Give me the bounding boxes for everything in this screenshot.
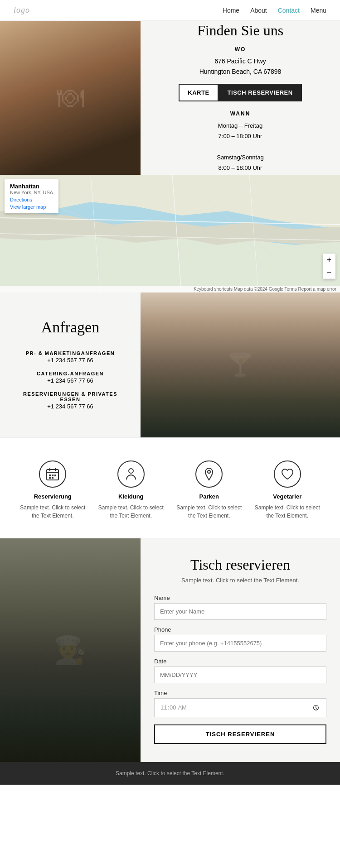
anfragen-phone-2: +1 234 567 77 66 xyxy=(47,377,93,384)
action-buttons: KARTE TISCH RESERVIEREN xyxy=(179,84,301,101)
reservation-form-side: Tisch reservieren Sample text. Click to … xyxy=(141,538,340,762)
map-location-title: Manhattan xyxy=(10,183,53,190)
map-background: Manhattan New York, NY, USA Directions V… xyxy=(0,175,340,293)
find-us-info: Finden Sie uns WO 676 Pacific C Hwy Hunt… xyxy=(141,21,340,175)
icon-desc-parken: Sample text. Click to select the Text El… xyxy=(173,504,245,520)
svg-point-18 xyxy=(208,470,210,473)
map-zoom-in[interactable]: + xyxy=(323,254,335,266)
tisch-reservieren-button[interactable]: TISCH RESERVIEREN xyxy=(219,84,302,101)
location-icon xyxy=(195,460,223,488)
name-label: Name xyxy=(154,595,326,601)
navbar: logo Home About Contact Menu xyxy=(0,0,340,21)
phone-input[interactable] xyxy=(154,635,326,652)
anfragen-cat-3: RESERVIERUNGEN & PRIVATES ESSEN xyxy=(14,391,127,402)
icon-label-reservierung: Reservierung xyxy=(16,493,89,500)
anfragen-title: Anfragen xyxy=(41,319,99,336)
phone-field-group: Phone xyxy=(154,626,326,652)
svg-rect-14 xyxy=(54,475,56,476)
footer-text: Sample text. Click to select the Text El… xyxy=(116,770,224,777)
map-section: Manhattan New York, NY, USA Directions V… xyxy=(0,175,340,293)
map-zoom-controls: + − xyxy=(323,254,335,279)
name-input[interactable] xyxy=(154,603,326,620)
find-us-image: 🍽 xyxy=(0,21,141,175)
section-find-us: 🍽 Finden Sie uns WO 676 Pacific C Hwy Hu… xyxy=(0,21,340,175)
icon-desc-reservierung: Sample text. Click to select the Text El… xyxy=(16,504,89,520)
icon-label-parken: Parken xyxy=(173,493,245,500)
nav-about[interactable]: About xyxy=(250,7,267,14)
date-input[interactable] xyxy=(154,667,326,683)
calendar-icon xyxy=(39,460,66,488)
opening-hours: Montag – Freitag 7:00 – 18:00 Uhr Samsta… xyxy=(217,120,263,173)
address-line2: Huntington Beach, CA 67898 xyxy=(199,68,282,75)
icon-item-kleidung: Kleidung Sample text. Click to select th… xyxy=(95,460,167,520)
footer: Sample text. Click to select the Text El… xyxy=(0,762,340,785)
icon-item-parken: Parken Sample text. Click to select the … xyxy=(173,460,245,520)
nav-links: Home About Contact Menu xyxy=(223,7,326,14)
nav-menu[interactable]: Menu xyxy=(311,7,326,14)
anfragen-info: Anfragen PR- & MARKETINGANFRAGEN +1 234 … xyxy=(0,293,141,437)
svg-rect-16 xyxy=(52,477,53,479)
anfragen-phone-1: +1 234 567 77 66 xyxy=(47,357,93,364)
phone-label: Phone xyxy=(154,626,326,633)
svg-rect-15 xyxy=(49,477,51,479)
anfragen-phone-3: +1 234 567 77 66 xyxy=(47,403,93,410)
reservation-image: 👨‍🍳 xyxy=(0,538,141,762)
icon-label-vegetarier: Vegetarier xyxy=(251,493,324,500)
weekend-label: Samstag/Sonntag xyxy=(217,154,263,161)
map-directions-link[interactable]: Directions xyxy=(10,197,53,202)
wann-label: WANN xyxy=(230,110,251,117)
anfragen-cat-2: CATERING-ANFRAGEN xyxy=(37,371,104,376)
reservation-desc: Sample text. Click to select the Text El… xyxy=(154,577,326,584)
icon-desc-vegetarier: Sample text. Click to select the Text El… xyxy=(251,504,324,520)
heart-icon xyxy=(274,460,301,488)
weekend-hours: 8:00 – 18:00 Uhr xyxy=(219,164,262,171)
nav-home[interactable]: Home xyxy=(223,7,239,14)
form-submit-button[interactable]: TISCH RESERVIEREN xyxy=(154,724,326,744)
person-icon xyxy=(117,460,145,488)
svg-rect-13 xyxy=(52,475,53,476)
section-reservation: 👨‍🍳 Tisch reservieren Sample text. Click… xyxy=(0,538,340,762)
karte-button[interactable]: KARTE xyxy=(179,84,218,101)
icon-desc-kleidung: Sample text. Click to select the Text El… xyxy=(95,504,167,520)
weekday-hours: 7:00 – 18:00 Uhr xyxy=(219,133,262,139)
address: 676 Pacific C Hwy Huntington Beach, CA 6… xyxy=(199,56,282,77)
date-field-group: Date xyxy=(154,658,326,683)
map-footer-text: Keyboard shortcuts Map data ©2024 Google… xyxy=(194,287,336,292)
time-field-group: Time xyxy=(154,690,326,717)
svg-point-17 xyxy=(129,469,133,473)
map-location-sub: New York, NY, USA xyxy=(10,190,53,195)
anfragen-cat-1: PR- & MARKETINGANFRAGEN xyxy=(26,350,115,356)
time-label: Time xyxy=(154,690,326,696)
map-larger-link[interactable]: View larger map xyxy=(10,204,53,210)
icon-label-kleidung: Kleidung xyxy=(95,493,167,500)
map-info-box: Manhattan New York, NY, USA Directions V… xyxy=(5,179,58,213)
icon-item-vegetarier: Vegetarier Sample text. Click to select … xyxy=(251,460,324,520)
section-anfragen: Anfragen PR- & MARKETINGANFRAGEN +1 234 … xyxy=(0,293,340,437)
time-input[interactable] xyxy=(154,698,326,717)
section-icons: Reservierung Sample text. Click to selec… xyxy=(0,437,340,538)
name-field-group: Name xyxy=(154,595,326,620)
wo-label: WO xyxy=(235,46,246,53)
anfragen-image: 🍸 xyxy=(141,293,340,437)
address-line1: 676 Pacific C Hwy xyxy=(214,58,266,65)
logo: logo xyxy=(14,5,30,15)
svg-rect-12 xyxy=(49,475,51,476)
map-zoom-out[interactable]: − xyxy=(323,266,335,279)
weekday-label: Montag – Freitag xyxy=(218,122,262,129)
map-footer: Keyboard shortcuts Map data ©2024 Google… xyxy=(0,286,340,293)
reservation-title: Tisch reservieren xyxy=(154,556,326,573)
date-label: Date xyxy=(154,658,326,665)
nav-contact[interactable]: Contact xyxy=(278,7,300,14)
find-us-title: Finden Sie uns xyxy=(197,22,283,39)
icon-item-reservierung: Reservierung Sample text. Click to selec… xyxy=(16,460,89,520)
